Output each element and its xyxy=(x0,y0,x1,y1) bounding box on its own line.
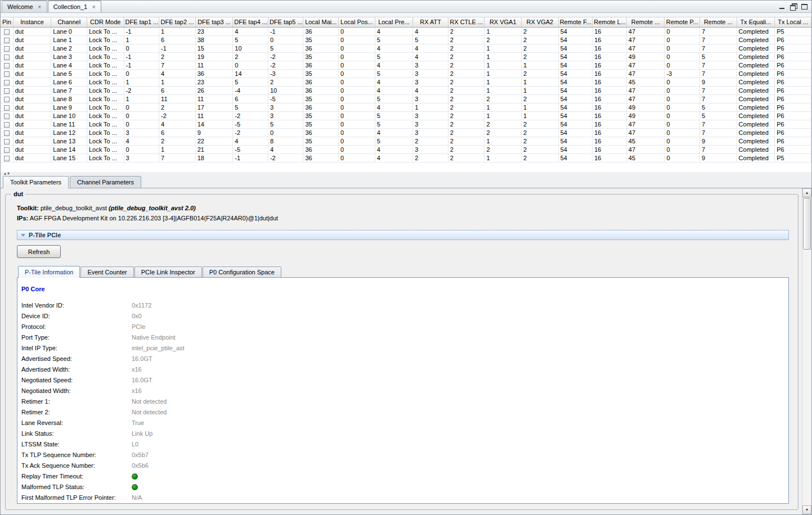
scrollbar-thumb[interactable] xyxy=(803,198,811,250)
column-header-dfe-tap3[interactable]: DFE tap3 ... xyxy=(195,17,233,27)
table-cell: P6 xyxy=(775,35,811,44)
table-row[interactable]: dutLane 1Lock To ...16385035055222541647… xyxy=(1,35,811,44)
table-row[interactable]: dutLane 0Lock To ...-11234-1360442125416… xyxy=(1,27,811,35)
pin-checkbox[interactable] xyxy=(4,122,10,128)
pin-checkbox[interactable] xyxy=(4,71,10,77)
maximize-icon[interactable] xyxy=(801,4,807,10)
table-cell: 3 xyxy=(413,78,448,86)
restore-icon[interactable] xyxy=(790,3,796,10)
pin-checkbox[interactable] xyxy=(4,156,10,161)
lane-table-container: PinInstanceChannelCDR ModeDFE tap1 ...DF… xyxy=(1,17,811,171)
pin-checkbox[interactable] xyxy=(4,29,10,35)
column-header-cdr-mode[interactable]: CDR Mode xyxy=(87,17,124,27)
table-cell: 0 xyxy=(665,111,700,120)
table-row[interactable]: dutLane 11Lock To ...0414-55350532225416… xyxy=(1,120,811,128)
tab-welcome[interactable]: Welcome × xyxy=(2,1,47,12)
column-header-rx-att[interactable]: RX ATT xyxy=(413,17,448,27)
toolkit-parameters-panel: dut Toolkit: ptile_debug_toolkit_avst (p… xyxy=(1,188,811,514)
tab-toolkit-parameters[interactable]: Toolkit Parameters xyxy=(3,176,69,188)
pin-checkbox[interactable] xyxy=(4,139,10,144)
tab-channel-parameters[interactable]: Channel Parameters xyxy=(70,176,141,188)
pin-checkbox[interactable] xyxy=(4,88,10,94)
column-header-remote[interactable]: Remote ... xyxy=(626,17,665,27)
ptile-pcie-section-header[interactable]: P-Tile PCIe xyxy=(17,230,789,240)
column-header-local-pre[interactable]: Local Pre... xyxy=(375,17,413,27)
column-header-tx-equali[interactable]: Tx Equali... xyxy=(737,17,775,27)
table-cell: P6 xyxy=(775,137,811,145)
tab-event-counter[interactable]: Event Counter xyxy=(80,266,133,277)
table-row[interactable]: dutLane 15Lock To ...3718-1-236042212541… xyxy=(1,153,811,162)
pin-checkbox[interactable] xyxy=(4,80,10,85)
pin-checkbox[interactable] xyxy=(4,38,10,43)
column-header-local-mai[interactable]: Local Mai... xyxy=(303,17,339,27)
table-row[interactable]: dutLane 4Lock To ...-17110-2360432115416… xyxy=(1,61,811,69)
application-window: Welcome × Collection_1 × PinInstanceChan… xyxy=(0,0,812,515)
table-cell: 0 xyxy=(124,111,159,120)
column-header-remote-f[interactable]: Remote F... xyxy=(558,17,593,27)
pin-checkbox[interactable] xyxy=(4,114,10,119)
table-row[interactable]: dutLane 3Lock To ...-12192-2350542125416… xyxy=(1,52,811,61)
minimize-icon[interactable] xyxy=(779,4,785,10)
close-icon[interactable]: × xyxy=(91,4,97,10)
splitter-sash[interactable]: ▴▾ xyxy=(1,171,811,176)
scroll-up-icon[interactable]: ▲ xyxy=(802,188,811,197)
table-row[interactable]: dutLane 7Lock To ...-2626-41036044211541… xyxy=(1,86,811,94)
table-cell: 7 xyxy=(699,61,737,69)
table-cell: P6 xyxy=(775,111,811,120)
pin-checkbox[interactable] xyxy=(4,63,10,69)
table-cell: 2 xyxy=(522,69,559,78)
column-header-local-pos[interactable]: Local Pos... xyxy=(339,17,375,27)
scroll-down-icon[interactable]: ▼ xyxy=(802,505,811,514)
table-row[interactable]: dutLane 2Lock To ...0-115105360442125416… xyxy=(1,44,811,52)
column-header-remote-p[interactable]: Remote P... xyxy=(665,17,700,27)
column-header-remote[interactable]: Remote ... xyxy=(699,17,737,27)
table-row[interactable]: dutLane 10Lock To ...0-211-2335053211541… xyxy=(1,111,811,120)
refresh-button[interactable]: Refresh xyxy=(17,245,61,258)
pin-checkbox[interactable] xyxy=(4,46,10,52)
column-header-tx-local[interactable]: Tx Local ... xyxy=(775,17,811,27)
table-cell: 5 xyxy=(268,44,303,52)
table-cell: 16 xyxy=(593,94,627,103)
splitter-arrows-icon[interactable]: ▴▾ xyxy=(4,171,11,176)
table-cell: Lock To ... xyxy=(87,103,124,111)
table-cell: dut xyxy=(13,120,51,128)
table-row[interactable]: dutLane 8Lock To ...111116-5350532225416… xyxy=(1,94,811,103)
column-header-dfe-tap5[interactable]: DFE tap5 ... xyxy=(268,17,303,27)
field-row: Advertised Width:x16 xyxy=(21,364,782,375)
close-icon[interactable]: × xyxy=(37,4,43,10)
vertical-scrollbar[interactable]: ▲ ▼ xyxy=(802,188,811,514)
field-label: First Malformed TLP Error Pointer: xyxy=(21,493,132,503)
table-row[interactable]: dutLane 13Lock To ...4222483505221254164… xyxy=(1,137,811,145)
column-header-rx-ctle[interactable]: RX CTLE ... xyxy=(448,17,484,27)
collapse-triangle-icon[interactable] xyxy=(21,234,25,237)
toolkit-parameters-content: dut Toolkit: ptile_debug_toolkit_avst (p… xyxy=(1,188,802,514)
pin-checkbox[interactable] xyxy=(4,130,10,136)
table-row[interactable]: dutLane 6Lock To ...11235236043211541645… xyxy=(1,78,811,86)
pin-checkbox[interactable] xyxy=(4,97,10,102)
table-row[interactable]: dutLane 12Lock To ...369-203604322254164… xyxy=(1,128,811,137)
tab-collection-1[interactable]: Collection_1 × xyxy=(48,1,102,12)
column-header-instance[interactable]: Instance xyxy=(13,17,51,27)
field-row: Advertised Speed:16.0GT xyxy=(21,354,782,364)
table-cell: 16 xyxy=(593,35,627,44)
pin-cell xyxy=(1,145,13,153)
pin-checkbox[interactable] xyxy=(4,55,10,60)
column-header-rx-vga1[interactable]: RX VGA1 xyxy=(484,17,522,27)
table-cell: 7 xyxy=(699,145,737,153)
column-header-channel[interactable]: Channel xyxy=(51,17,87,27)
pin-checkbox[interactable] xyxy=(4,105,10,111)
column-header-dfe-tap1[interactable]: DFE tap1 ... xyxy=(124,17,159,27)
tab-pcie-link-inspector[interactable]: PCIe Link Inspector xyxy=(134,266,202,277)
column-header-pin[interactable]: Pin xyxy=(1,17,13,27)
table-row[interactable]: dutLane 9Lock To ...02175336041211541649… xyxy=(1,103,811,111)
tab-p-tile-information[interactable]: P-Tile Information xyxy=(18,266,80,278)
table-row[interactable]: dutLane 14Lock To ...0121-54360432225416… xyxy=(1,145,811,153)
tab-p0-configuration-space[interactable]: P0 Configuration Space xyxy=(203,266,281,277)
pin-checkbox[interactable] xyxy=(4,147,10,153)
field-label: Advertised Width: xyxy=(21,364,132,375)
column-header-remote-l[interactable]: Remote L... xyxy=(593,17,627,27)
column-header-dfe-tap2[interactable]: DFE tap2 ... xyxy=(159,17,196,27)
column-header-rx-vga2[interactable]: RX VGA2 xyxy=(522,17,559,27)
table-row[interactable]: dutLane 5Lock To ...043614-3350532125416… xyxy=(1,69,811,78)
column-header-dfe-tap4[interactable]: DFE tap4 ... xyxy=(233,17,268,27)
